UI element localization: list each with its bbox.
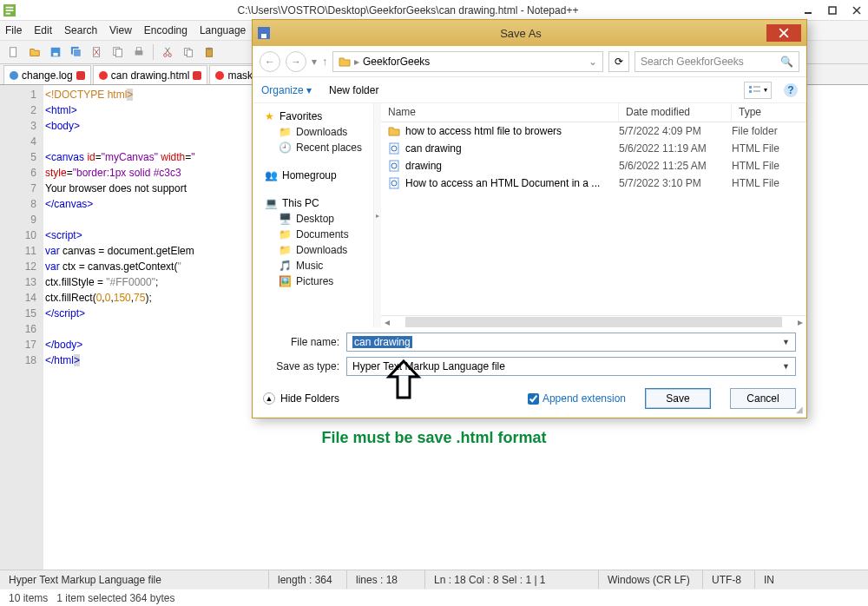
help-icon[interactable]: ? [784,83,798,97]
menu-file[interactable]: File [5,24,22,36]
forward-button[interactable]: → [286,51,306,72]
minimize-button[interactable] [800,4,816,16]
tree-splitter[interactable] [374,103,381,327]
h-scrollbar[interactable]: ◂▸ [381,315,806,327]
search-input[interactable]: Search GeekforGeeks 🔍 [635,51,799,72]
menu-edit[interactable]: Edit [34,24,52,36]
file-type: File folder [732,125,806,137]
tab-candrawing[interactable]: can drawing.html [93,65,208,84]
status-encoding: UTF-8 [703,570,755,589]
menu-search[interactable]: Search [64,24,97,36]
up-button[interactable]: ↑ [322,56,327,68]
breadcrumb-item[interactable]: GeekforGeeks [363,56,430,68]
resize-grip-icon[interactable]: ◢ [796,405,803,414]
file-list-header[interactable]: Name Date modified Type [381,103,806,122]
svg-rect-9 [74,49,82,57]
svg-rect-5 [10,48,16,57]
breadcrumb-path[interactable]: ▸ GeekforGeeks ⌄ [332,51,603,72]
chevron-down-icon[interactable]: ▼ [782,338,790,346]
saveas-bottom: ▲ Hide Folders Append extension Save Can… [253,383,806,418]
file-date: 5/7/2022 3:10 PM [619,177,732,189]
menu-encoding[interactable]: Encoding [144,24,187,36]
svg-rect-24 [207,48,211,50]
maximize-button[interactable] [825,4,840,16]
file-row[interactable]: How to access an HTML Document in a ... … [381,175,806,192]
file-name: can drawing [405,142,462,155]
status-length: length : 364 [269,570,347,589]
view-options-button[interactable]: ▾ [744,82,772,99]
new-file-icon[interactable] [5,43,23,61]
copy-icon[interactable] [180,43,197,61]
menu-view[interactable]: View [109,24,132,36]
nav-tree[interactable]: ★Favorites 📁Downloads 🕘Recent places 👥Ho… [253,103,374,327]
folder-icon [339,56,351,68]
append-extension-checkbox[interactable]: Append extension [528,392,626,405]
tree-item-recent[interactable]: 🕘Recent places [253,140,373,155]
col-date[interactable]: Date modified [619,103,732,122]
tab-label: change.log [22,69,73,82]
svg-rect-15 [135,50,143,55]
music-icon: 🎵 [279,260,291,272]
tab-dot-icon [99,71,108,80]
statusbar: Hyper Text Markup Language file length :… [0,570,868,589]
tree-item-music[interactable]: 🎵Music [253,258,373,273]
tree-homegroup[interactable]: 👥Homegroup [253,166,373,183]
tab-close-icon[interactable] [193,71,201,80]
tree-thispc[interactable]: 💻This PC [253,194,373,211]
file-row[interactable]: how to access html file to browers 5/7/2… [381,122,806,140]
svg-rect-14 [115,49,122,57]
refresh-button[interactable]: ⟳ [608,51,629,72]
html-icon [388,142,400,155]
svg-point-18 [168,54,172,57]
save-icon[interactable] [47,43,64,61]
save-button[interactable]: Save [645,388,711,409]
file-rows: how to access html file to browers 5/7/2… [381,122,806,315]
file-row[interactable]: drawing 5/6/2022 11:25 AM HTML File [381,157,806,175]
status-pos: Ln : 18 Col : 8 Sel : 1 | 1 [425,570,599,589]
saveas-dialog: Save As ← → ▾ ↑ ▸ GeekforGeeks ⌄ ⟳ Searc… [252,19,807,418]
saveall-icon[interactable] [68,43,85,61]
tree-item-desktop[interactable]: 🖥️Desktop [253,211,373,227]
tree-item-documents[interactable]: 📁Documents [253,227,373,242]
status-eol: Windows (CR LF) [599,570,703,589]
close-file-icon[interactable] [89,43,106,61]
open-file-icon[interactable] [26,43,43,61]
tree-item-downloads[interactable]: 📁Downloads [253,124,373,140]
saveas-toolbar: Organize ▾ New folder ▾ ? [253,77,806,103]
organize-button[interactable]: Organize ▾ [261,84,312,96]
filename-input[interactable]: can drawing▼ [346,333,796,352]
tab-close-icon[interactable] [76,71,85,80]
file-row[interactable]: can drawing 5/6/2022 11:19 AM HTML File [381,140,806,157]
menu-language[interactable]: Language [200,24,246,36]
paste-icon[interactable] [201,43,218,61]
status-lines: lines : 18 [347,570,425,589]
svg-rect-26 [261,34,266,38]
tab-dot-icon [215,71,224,80]
status-item-count: 10 items [9,592,48,604]
closeall-icon[interactable] [109,43,127,61]
line-gutter: 123456789101112131415161718 [0,85,43,570]
cut-icon[interactable] [159,43,176,61]
folder-icon: 📁 [279,244,291,256]
tree-item-downloads2[interactable]: 📁Downloads [253,242,373,258]
print-icon[interactable] [130,43,148,61]
tab-changelog[interactable]: change.log [3,65,91,84]
file-type: HTML File [732,177,806,189]
tree-favorites[interactable]: ★Favorites [253,107,373,124]
saveastype-label: Save as type: [263,360,346,372]
back-button[interactable]: ← [260,51,280,72]
cancel-button[interactable]: Cancel [730,388,796,409]
npp-app-icon [3,4,16,16]
newfolder-button[interactable]: New folder [329,84,378,96]
recent-dropdown-icon[interactable]: ▾ [312,56,317,68]
tree-item-pictures[interactable]: 🖼️Pictures [253,273,373,289]
chevron-down-icon[interactable]: ▼ [782,362,790,371]
col-type[interactable]: Type [732,103,806,122]
dialog-close-button[interactable] [766,24,801,42]
file-name: how to access html file to browers [405,125,562,137]
folder-icon: 📁 [279,228,291,240]
close-button[interactable] [849,4,865,16]
chevron-down-icon[interactable]: ⌄ [589,56,597,68]
col-name[interactable]: Name [381,103,619,122]
hide-folders-button[interactable]: ▲ Hide Folders [263,392,339,405]
